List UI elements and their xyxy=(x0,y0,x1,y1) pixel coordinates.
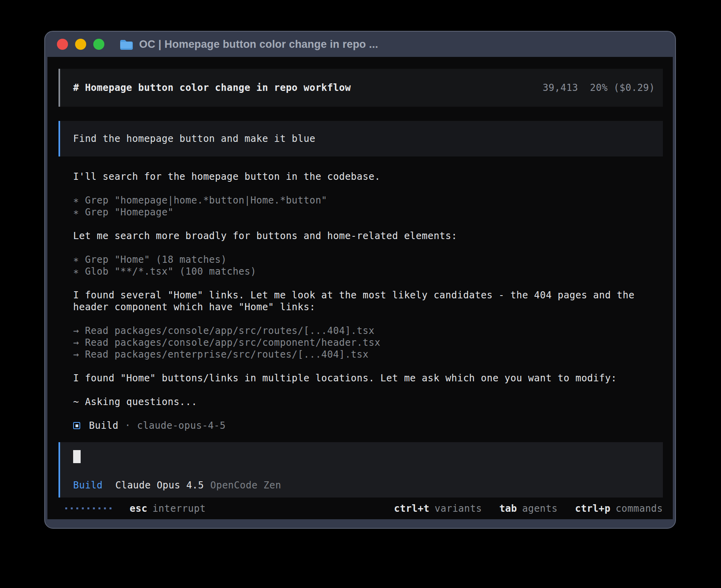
tool-call-grep: ∗ Grep "Homepage" xyxy=(73,206,663,218)
assistant-text: I found "Home" buttons/links in multiple… xyxy=(73,372,663,384)
agent-separator: · xyxy=(125,420,131,431)
window-title: OC | Homepage button color change in rep… xyxy=(139,38,378,51)
zoom-button[interactable] xyxy=(93,39,104,50)
terminal-window: OC | Homepage button color change in rep… xyxy=(44,31,676,529)
hint-commands: ctrl+p commands xyxy=(575,503,663,514)
tool-call-glob: ∗ Glob "**/*.tsx" (100 matches) xyxy=(73,266,663,277)
session-stats: 39,413 20% ($0.29) xyxy=(543,82,655,93)
hint-key: tab xyxy=(499,503,517,514)
tool-call-read: → Read packages/enterprise/src/routes/[.… xyxy=(73,349,663,360)
session-header: # Homepage button color change in repo w… xyxy=(59,69,663,107)
hint-label: interrupt xyxy=(153,503,206,514)
titlebar[interactable]: OC | Homepage button color change in rep… xyxy=(45,32,675,57)
agent-status-line: Build · claude-opus-4-5 xyxy=(73,420,663,432)
tool-call-grep: ∗ Grep "homepage|home.*button|Home.*butt… xyxy=(73,194,663,206)
tool-call-read: → Read packages/console/app/src/componen… xyxy=(73,337,663,349)
hint-key: esc xyxy=(130,503,147,514)
user-message-text: Find the homepage button and make it blu… xyxy=(73,133,315,144)
progress-status: ~ Asking questions... xyxy=(73,396,663,408)
minimize-button[interactable] xyxy=(75,39,86,50)
hint-label: agents xyxy=(522,503,558,514)
active-model[interactable]: Claude Opus 4.5 xyxy=(115,480,204,491)
prompt-input[interactable]: Build Claude Opus 4.5 OpenCode Zen xyxy=(59,442,663,498)
agent-mode-icon xyxy=(73,422,80,429)
context-cost: 20% ($0.29) xyxy=(590,82,655,93)
session-title: # Homepage button color change in repo w… xyxy=(73,82,351,93)
traffic-lights xyxy=(57,39,104,50)
assistant-text: I'll search for the homepage button in t… xyxy=(73,171,663,183)
transcript: I'll search for the homepage button in t… xyxy=(73,171,663,432)
hint-label: variants xyxy=(435,503,482,514)
active-provider: OpenCode Zen xyxy=(210,480,281,491)
text-cursor xyxy=(73,450,81,463)
status-bar: esc interrupt ctrl+t variants tab agents… xyxy=(59,498,663,519)
hint-key: ctrl+t xyxy=(394,503,430,514)
tool-call-read: → Read packages/console/app/src/routes/[… xyxy=(73,325,663,337)
agent-model: claude-opus-4-5 xyxy=(137,420,226,431)
assistant-text: I found several "Home" links. Let me loo… xyxy=(73,289,663,313)
folder-icon xyxy=(119,39,133,50)
assistant-text: Let me search more broadly for buttons a… xyxy=(73,230,663,242)
terminal-content: # Homepage button color change in repo w… xyxy=(47,57,673,519)
input-status-line: Build Claude Opus 4.5 OpenCode Zen xyxy=(73,479,281,491)
hint-agents: tab agents xyxy=(499,503,558,514)
token-count: 39,413 xyxy=(543,82,578,93)
progress-dots xyxy=(65,507,111,509)
tool-call-grep: ∗ Grep "Home" (18 matches) xyxy=(73,254,663,266)
user-message: Find the homepage button and make it blu… xyxy=(59,121,663,156)
hint-interrupt: esc interrupt xyxy=(130,503,206,514)
hint-label: commands xyxy=(615,503,663,514)
close-button[interactable] xyxy=(57,39,68,50)
agent-name: Build xyxy=(89,420,119,431)
active-agent[interactable]: Build xyxy=(73,480,103,491)
hint-key: ctrl+p xyxy=(575,503,611,514)
hint-variants: ctrl+t variants xyxy=(394,503,482,514)
